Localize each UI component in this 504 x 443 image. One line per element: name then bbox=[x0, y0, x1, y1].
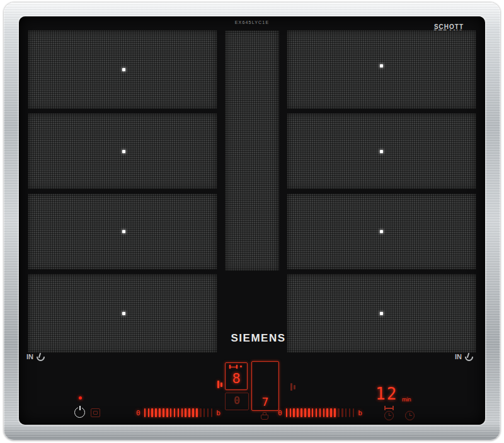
zone-center-dot bbox=[122, 68, 125, 71]
slider-bar[interactable] bbox=[181, 408, 183, 417]
zone-center-dot bbox=[122, 230, 125, 233]
brand-logo: SIEMENS bbox=[230, 332, 287, 345]
slider-bar[interactable] bbox=[185, 408, 186, 417]
slider-max-label: b bbox=[358, 410, 362, 417]
induction-label: IN bbox=[455, 353, 462, 360]
pan-sensor-icon[interactable] bbox=[260, 412, 268, 420]
power-slider-left[interactable]: 0 b bbox=[136, 407, 220, 418]
zone-power-main: 8 bbox=[226, 372, 247, 386]
zone-center-dot bbox=[380, 150, 383, 153]
timer-clock-icon[interactable] bbox=[384, 411, 394, 420]
slider-bar[interactable] bbox=[326, 408, 328, 417]
slider-bar[interactable] bbox=[297, 408, 299, 417]
slider-bar[interactable] bbox=[316, 408, 318, 417]
slider-bar[interactable] bbox=[155, 408, 157, 417]
zone-indicator-right-icon bbox=[290, 382, 297, 392]
slider-bar[interactable] bbox=[148, 408, 150, 417]
cooktop-photo: EX645LYC1E SCHOTT CERAN® SIEMENS IN IN bbox=[0, 0, 504, 443]
slider-bar[interactable] bbox=[188, 408, 190, 417]
induction-mark-left: IN bbox=[26, 353, 43, 360]
slider-bar[interactable] bbox=[334, 408, 336, 417]
slider-bar[interactable] bbox=[349, 408, 351, 417]
slider-bar[interactable] bbox=[159, 408, 161, 417]
zone-center-dot bbox=[122, 150, 125, 153]
zone-indicator-left-icon bbox=[217, 379, 224, 389]
model-label: EX645LYC1E bbox=[189, 20, 315, 25]
cooking-zone[interactable] bbox=[28, 193, 217, 270]
cooking-zone[interactable] bbox=[28, 30, 217, 109]
slider-bar[interactable] bbox=[200, 408, 202, 417]
slider-min-label: 0 bbox=[278, 410, 282, 417]
slider-bar[interactable] bbox=[203, 408, 205, 417]
slider-bar[interactable] bbox=[196, 408, 198, 417]
slider-bar[interactable] bbox=[308, 408, 310, 417]
cooking-zone[interactable] bbox=[287, 193, 476, 270]
slider-bar[interactable] bbox=[207, 408, 209, 417]
slider-max-label: b bbox=[216, 410, 220, 417]
slider-bar[interactable] bbox=[290, 408, 292, 417]
alarm-clock-icon[interactable] bbox=[405, 411, 415, 420]
slider-bar[interactable] bbox=[211, 408, 213, 417]
power-button[interactable] bbox=[74, 407, 85, 418]
hook-icon bbox=[464, 353, 472, 360]
slider-bars[interactable] bbox=[144, 408, 213, 417]
slider-bar[interactable] bbox=[192, 408, 194, 417]
timer-unit: min bbox=[402, 396, 411, 403]
slider-bar[interactable] bbox=[166, 408, 168, 417]
cooking-zone[interactable] bbox=[287, 30, 476, 109]
zone-center-dot bbox=[380, 230, 383, 233]
zone-center-dot bbox=[380, 64, 383, 67]
slider-bar[interactable] bbox=[353, 408, 355, 417]
hook-icon bbox=[36, 353, 43, 360]
cooking-zone[interactable] bbox=[28, 113, 217, 189]
slider-bars[interactable] bbox=[286, 408, 355, 417]
slider-min-label: 0 bbox=[136, 410, 140, 417]
power-led bbox=[79, 396, 82, 400]
slider-bar[interactable] bbox=[151, 408, 153, 417]
zone-display-right[interactable]: 7 bbox=[251, 361, 279, 411]
timer-bracket-icon bbox=[384, 406, 394, 410]
slider-bar[interactable] bbox=[144, 408, 146, 417]
slider-bar[interactable] bbox=[312, 408, 314, 417]
zone-display-secondary[interactable]: 0 bbox=[225, 393, 249, 410]
cooking-zone[interactable] bbox=[287, 274, 476, 353]
zone-power-right: 7 bbox=[252, 396, 278, 408]
zone-center-dot bbox=[122, 312, 125, 315]
slider-bar[interactable] bbox=[286, 408, 288, 417]
zone-display-main[interactable]: 8 bbox=[225, 362, 248, 390]
slider-bar[interactable] bbox=[178, 408, 180, 417]
zone-center-dot bbox=[380, 312, 383, 315]
lock-icon[interactable] bbox=[91, 408, 100, 417]
slider-bar[interactable] bbox=[323, 408, 325, 417]
cooking-zone[interactable] bbox=[287, 113, 476, 189]
slider-bar[interactable] bbox=[319, 408, 321, 417]
slider-bar[interactable] bbox=[293, 408, 295, 417]
timer-value: 12 bbox=[375, 386, 398, 402]
slider-bar[interactable] bbox=[163, 408, 164, 417]
slider-bar[interactable] bbox=[341, 408, 343, 417]
zone-power-secondary: 0 bbox=[226, 396, 248, 406]
pan-size-icon bbox=[229, 365, 238, 369]
slider-bar[interactable] bbox=[304, 408, 306, 417]
glass-surface: EX645LYC1E SCHOTT CERAN® SIEMENS IN IN bbox=[19, 16, 485, 425]
slider-bar[interactable] bbox=[330, 408, 332, 417]
slider-bar[interactable] bbox=[338, 408, 340, 417]
induction-label: IN bbox=[26, 353, 33, 360]
slider-bar[interactable] bbox=[345, 408, 347, 417]
slider-bar[interactable] bbox=[170, 408, 172, 417]
cooking-zone[interactable] bbox=[28, 274, 217, 353]
power-slider-right[interactable]: 0 b bbox=[278, 407, 362, 418]
slider-bar[interactable] bbox=[301, 408, 302, 417]
center-strip bbox=[225, 30, 279, 271]
slider-bar[interactable] bbox=[174, 408, 176, 417]
induction-mark-right: IN bbox=[455, 353, 472, 360]
